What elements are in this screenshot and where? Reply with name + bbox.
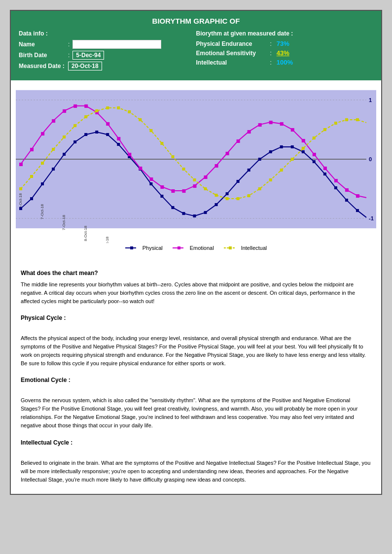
svg-rect-66 — [313, 160, 316, 163]
svg-rect-39 — [19, 207, 22, 210]
legend-intellectual: Intellectual — [224, 245, 267, 251]
svg-rect-77 — [84, 104, 88, 108]
birth-date-label: Birth Date — [19, 52, 68, 59]
svg-rect-112 — [117, 106, 120, 109]
legend-physical: Physical — [125, 245, 163, 251]
svg-rect-68 — [334, 186, 337, 189]
chart-section: 1 0 -1 5-Oct-18 7-Oct-18 7-Oct-18 8-Oct-… — [11, 80, 381, 258]
svg-rect-54 — [182, 212, 185, 215]
physical-label: Physical Endurance — [196, 40, 270, 47]
chart-container: 1 0 -1 5-Oct-18 7-Oct-18 7-Oct-18 8-Oct-… — [16, 85, 376, 243]
birth-date-value: 5-Dec-94 — [72, 51, 104, 60]
svg-rect-75 — [63, 109, 66, 113]
svg-text:-1: -1 — [369, 215, 374, 221]
svg-rect-93 — [258, 123, 262, 127]
svg-rect-43 — [63, 153, 66, 156]
header-left: Data info : Name : Birth Date : 5-Dec-94… — [19, 30, 196, 72]
svg-rect-121 — [215, 194, 218, 197]
svg-rect-113 — [128, 110, 131, 113]
svg-text:7-Oct-18: 7-Oct-18 — [40, 204, 44, 219]
svg-rect-70 — [356, 209, 359, 212]
data-info-label: Data info : — [19, 30, 196, 37]
svg-rect-95 — [280, 122, 284, 126]
intellectual-cycle-text: Believed to originate in the brain. What… — [21, 459, 371, 484]
emotional-cycle-text: Governs the nervous system, which is als… — [21, 396, 371, 430]
svg-rect-45 — [84, 133, 87, 136]
name-label: Name — [19, 41, 68, 48]
content-section: What does the chart mean? The middle lin… — [11, 258, 381, 494]
svg-rect-51 — [149, 182, 152, 185]
svg-rect-133 — [345, 118, 348, 121]
svg-rect-61 — [258, 158, 261, 161]
svg-rect-41 — [41, 182, 44, 185]
svg-rect-96 — [291, 128, 294, 132]
name-input[interactable] — [72, 40, 161, 49]
svg-rect-80 — [117, 137, 120, 140]
svg-rect-52 — [160, 195, 163, 198]
measured-date-row: Measured Date : 20-Oct-18 — [19, 62, 196, 70]
intellectual-row: Intellectual : 100% — [196, 59, 374, 66]
legend-intellectual-label: Intellectual — [241, 245, 267, 251]
svg-rect-72 — [30, 148, 34, 151]
svg-rect-63 — [280, 145, 283, 148]
svg-rect-53 — [171, 206, 174, 209]
svg-text:9-Oct-18: 9-Oct-18 — [105, 237, 109, 243]
svg-rect-109 — [84, 115, 87, 118]
chart-legend: Physical Emotional Intellectual — [16, 245, 376, 251]
svg-rect-64 — [291, 145, 294, 148]
svg-rect-91 — [237, 139, 240, 143]
emotional-value: 43% — [277, 49, 289, 57]
svg-rect-69 — [345, 199, 348, 202]
header: BIORYTHM GRAPHIC OF Data info : Name : B… — [11, 11, 381, 80]
svg-rect-99 — [323, 167, 327, 170]
header-right: Biorythm at given measured date : Physic… — [196, 30, 374, 72]
chart-meaning-title: What does the chart mean? — [21, 270, 371, 277]
svg-rect-108 — [73, 124, 76, 127]
svg-rect-55 — [193, 214, 196, 217]
svg-rect-106 — [52, 148, 55, 151]
svg-rect-98 — [313, 153, 316, 156]
svg-rect-124 — [248, 194, 250, 197]
emotional-row: Emotional Sensitivity : 43% — [196, 49, 374, 57]
legend-physical-label: Physical — [143, 245, 163, 251]
emotional-label: Emotional Sensitivity — [196, 50, 270, 57]
svg-rect-104 — [30, 175, 33, 178]
svg-rect-126 — [269, 178, 272, 181]
svg-rect-81 — [128, 153, 131, 156]
svg-rect-86 — [182, 189, 185, 193]
svg-rect-65 — [302, 150, 305, 153]
svg-rect-102 — [356, 194, 359, 198]
svg-rect-58 — [226, 192, 229, 195]
intellectual-cycle-title: Intellectual Cycle : — [21, 439, 371, 446]
svg-rect-134 — [356, 118, 359, 121]
svg-rect-138 — [178, 246, 180, 249]
svg-rect-90 — [226, 152, 229, 155]
svg-rect-88 — [204, 175, 208, 179]
svg-rect-71 — [19, 163, 23, 166]
svg-rect-117 — [171, 155, 174, 158]
svg-rect-40 — [30, 197, 33, 200]
legend-emotional: Emotional — [173, 245, 214, 251]
svg-rect-79 — [106, 122, 109, 126]
physical-row: Physical Endurance : 73% — [196, 40, 374, 47]
svg-rect-129 — [302, 147, 305, 150]
measured-date-value: 20-Oct-18 — [68, 62, 102, 70]
svg-rect-60 — [248, 169, 250, 172]
svg-rect-76 — [73, 104, 77, 108]
svg-rect-131 — [323, 128, 326, 131]
svg-rect-97 — [302, 139, 305, 142]
svg-text:5-Oct-18: 5-Oct-18 — [18, 193, 23, 208]
svg-text:7-Oct-18: 7-Oct-18 — [62, 215, 66, 231]
svg-rect-85 — [171, 189, 175, 193]
biorythm-label: Biorythm at given measured date : — [196, 30, 374, 37]
svg-rect-115 — [149, 129, 152, 132]
svg-text:8-Oct-18: 8-Oct-18 — [83, 226, 88, 242]
svg-rect-73 — [41, 132, 44, 136]
svg-rect-123 — [237, 197, 240, 200]
svg-rect-128 — [291, 158, 294, 161]
svg-rect-94 — [269, 121, 273, 124]
physical-value: 73% — [277, 40, 289, 47]
physical-cycle-text: Affects the physical aspect of the body,… — [21, 334, 371, 368]
legend-emotional-label: Emotional — [190, 245, 214, 251]
svg-rect-87 — [193, 184, 196, 188]
